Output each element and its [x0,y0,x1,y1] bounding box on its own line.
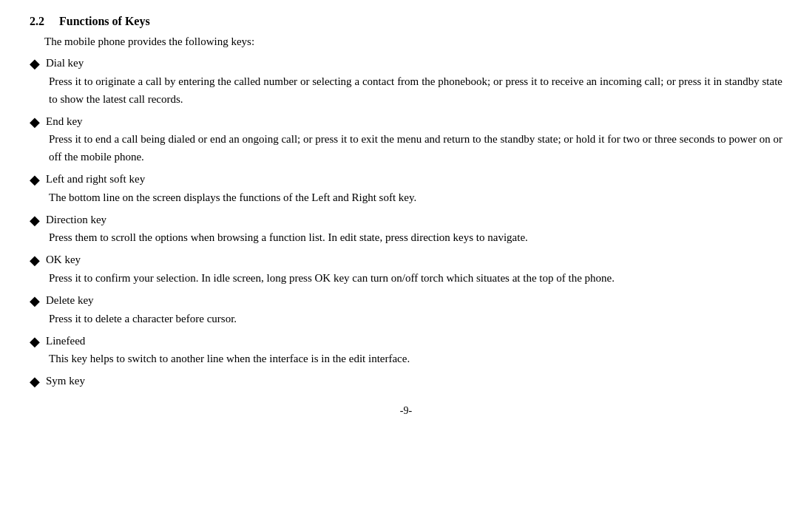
intro-text: The mobile phone provides the following … [44,35,782,48]
key-title-end: End key [46,114,83,129]
key-item-sym: ◆ Sym key [30,373,782,390]
key-title-row-dial: ◆ Dial key [30,55,782,72]
key-description-soft: The bottom line on the screen displays t… [49,188,782,206]
section-title: Functions of Keys [59,15,150,28]
key-item-direction: ◆ Direction key Press them to scroll the… [30,212,782,247]
key-description-linefeed: This key helps to switch to another line… [49,350,782,367]
key-title-delete: Delete key [46,293,94,308]
page-content: 2.2 Functions of Keys The mobile phone p… [30,15,782,417]
key-title-row-soft: ◆ Left and right soft key [30,171,782,188]
bullet-sym: ◆ [30,374,40,390]
bullet-direction: ◆ [30,213,40,229]
bullet-soft: ◆ [30,172,40,188]
key-description-direction: Press them to scroll the options when br… [49,228,782,246]
key-item-linefeed: ◆ Linefeed This key helps to switch to a… [30,333,782,368]
key-description-end: Press it to end a call being dialed or e… [49,130,782,166]
key-title-sym: Sym key [46,373,85,389]
bullet-delete: ◆ [30,293,40,310]
key-description-ok: Press it to confirm your selection. In i… [49,269,782,287]
key-title-ok: OK key [46,252,81,268]
key-description-dial: Press it to originate a call by entering… [49,72,782,108]
key-title-row-direction: ◆ Direction key [30,212,782,229]
key-title-row-end: ◆ End key [30,114,782,131]
key-title-row-sym: ◆ Sym key [30,373,782,390]
key-item-dial: ◆ Dial key Press it to originate a call … [30,55,782,108]
bullet-linefeed: ◆ [30,334,40,350]
key-title-row-linefeed: ◆ Linefeed [30,333,782,350]
page-footer: -9- [30,405,782,417]
key-item-end: ◆ End key Press it to end a call being d… [30,114,782,166]
key-title-row-delete: ◆ Delete key [30,293,782,310]
key-title-dial: Dial key [46,55,84,71]
key-description-delete: Press it to delete a character before cu… [49,310,782,327]
bullet-ok: ◆ [30,253,40,269]
section-number: 2.2 [30,15,44,28]
bullet-end: ◆ [30,115,40,131]
key-item-soft: ◆ Left and right soft key The bottom lin… [30,171,782,206]
bullet-dial: ◆ [30,56,40,72]
key-title-soft: Left and right soft key [46,171,145,187]
section-heading: 2.2 Functions of Keys [30,15,782,28]
key-title-linefeed: Linefeed [46,333,85,349]
key-item-ok: ◆ OK key Press it to confirm your select… [30,252,782,287]
key-title-direction: Direction key [46,212,106,228]
keys-list: ◆ Dial key Press it to originate a call … [30,55,782,390]
key-title-row-ok: ◆ OK key [30,252,782,269]
key-item-delete: ◆ Delete key Press it to delete a charac… [30,293,782,327]
